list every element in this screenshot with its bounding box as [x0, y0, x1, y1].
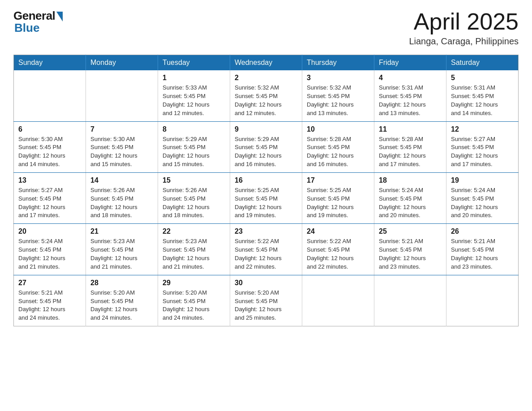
day-info: Sunrise: 5:33 AM Sunset: 5:45 PM Dayligh… — [163, 84, 225, 117]
calendar-cell: 27Sunrise: 5:21 AM Sunset: 5:45 PM Dayli… — [14, 275, 86, 326]
calendar-week-row: 6Sunrise: 5:30 AM Sunset: 5:45 PM Daylig… — [14, 121, 519, 172]
calendar-cell — [302, 275, 374, 326]
calendar-cell: 29Sunrise: 5:20 AM Sunset: 5:45 PM Dayli… — [158, 275, 230, 326]
day-number: 6 — [18, 125, 81, 133]
calendar-header-wednesday: Wednesday — [230, 55, 302, 71]
day-number: 7 — [90, 125, 153, 133]
calendar-header-monday: Monday — [86, 55, 158, 71]
calendar-week-row: 13Sunrise: 5:27 AM Sunset: 5:45 PM Dayli… — [14, 172, 519, 223]
logo-blue-text: Blue — [13, 21, 39, 35]
day-info: Sunrise: 5:27 AM Sunset: 5:45 PM Dayligh… — [18, 186, 81, 220]
calendar-cell — [446, 275, 519, 326]
calendar-week-row: 20Sunrise: 5:24 AM Sunset: 5:45 PM Dayli… — [14, 224, 519, 275]
day-info: Sunrise: 5:21 AM Sunset: 5:45 PM Dayligh… — [451, 237, 514, 271]
calendar-week-row: 27Sunrise: 5:21 AM Sunset: 5:45 PM Dayli… — [14, 275, 519, 326]
calendar-cell: 2Sunrise: 5:32 AM Sunset: 5:45 PM Daylig… — [230, 70, 302, 121]
day-number: 25 — [379, 227, 442, 235]
calendar-week-row: 1Sunrise: 5:33 AM Sunset: 5:45 PM Daylig… — [14, 70, 519, 121]
calendar-cell: 9Sunrise: 5:29 AM Sunset: 5:45 PM Daylig… — [230, 121, 302, 172]
day-info: Sunrise: 5:30 AM Sunset: 5:45 PM Dayligh… — [18, 135, 81, 169]
day-info: Sunrise: 5:28 AM Sunset: 5:45 PM Dayligh… — [379, 135, 442, 169]
day-info: Sunrise: 5:32 AM Sunset: 5:45 PM Dayligh… — [235, 84, 297, 117]
calendar-cell: 28Sunrise: 5:20 AM Sunset: 5:45 PM Dayli… — [86, 275, 158, 326]
logo: General Blue — [13, 9, 63, 35]
calendar-cell: 16Sunrise: 5:25 AM Sunset: 5:45 PM Dayli… — [230, 172, 302, 223]
day-info: Sunrise: 5:31 AM Sunset: 5:45 PM Dayligh… — [451, 84, 514, 117]
calendar-cell: 23Sunrise: 5:22 AM Sunset: 5:45 PM Dayli… — [230, 224, 302, 275]
day-info: Sunrise: 5:21 AM Sunset: 5:45 PM Dayligh… — [18, 289, 81, 322]
day-number: 21 — [90, 227, 153, 235]
day-number: 10 — [307, 125, 369, 133]
calendar-cell: 10Sunrise: 5:28 AM Sunset: 5:45 PM Dayli… — [302, 121, 374, 172]
calendar-cell: 3Sunrise: 5:32 AM Sunset: 5:45 PM Daylig… — [302, 70, 374, 121]
day-info: Sunrise: 5:20 AM Sunset: 5:45 PM Dayligh… — [163, 289, 225, 322]
calendar-header-row: SundayMondayTuesdayWednesdayThursdayFrid… — [14, 55, 519, 71]
calendar-cell: 21Sunrise: 5:23 AM Sunset: 5:45 PM Dayli… — [86, 224, 158, 275]
day-info: Sunrise: 5:29 AM Sunset: 5:45 PM Dayligh… — [235, 135, 297, 169]
calendar-cell: 5Sunrise: 5:31 AM Sunset: 5:45 PM Daylig… — [446, 70, 519, 121]
calendar-cell: 26Sunrise: 5:21 AM Sunset: 5:45 PM Dayli… — [446, 224, 519, 275]
day-number: 11 — [379, 125, 442, 133]
day-number: 23 — [235, 227, 297, 235]
day-number: 8 — [163, 125, 225, 133]
calendar-cell: 24Sunrise: 5:22 AM Sunset: 5:45 PM Dayli… — [302, 224, 374, 275]
location-subtitle: Lianga, Caraga, Philippines — [409, 36, 519, 47]
calendar-cell: 20Sunrise: 5:24 AM Sunset: 5:45 PM Dayli… — [14, 224, 86, 275]
day-info: Sunrise: 5:29 AM Sunset: 5:45 PM Dayligh… — [163, 135, 225, 169]
calendar-cell: 30Sunrise: 5:20 AM Sunset: 5:45 PM Dayli… — [230, 275, 302, 326]
calendar-cell: 8Sunrise: 5:29 AM Sunset: 5:45 PM Daylig… — [158, 121, 230, 172]
day-number: 4 — [379, 74, 442, 82]
calendar-cell: 7Sunrise: 5:30 AM Sunset: 5:45 PM Daylig… — [86, 121, 158, 172]
day-info: Sunrise: 5:32 AM Sunset: 5:45 PM Dayligh… — [307, 84, 369, 117]
calendar-header-tuesday: Tuesday — [158, 55, 230, 71]
day-number: 3 — [307, 74, 369, 82]
day-number: 26 — [451, 227, 514, 235]
day-number: 5 — [451, 74, 514, 82]
day-info: Sunrise: 5:22 AM Sunset: 5:45 PM Dayligh… — [235, 237, 297, 271]
day-info: Sunrise: 5:24 AM Sunset: 5:45 PM Dayligh… — [379, 186, 442, 220]
day-number: 22 — [163, 227, 225, 235]
calendar-cell: 6Sunrise: 5:30 AM Sunset: 5:45 PM Daylig… — [14, 121, 86, 172]
day-number: 1 — [163, 74, 225, 82]
calendar-header-thursday: Thursday — [302, 55, 374, 71]
calendar-cell: 18Sunrise: 5:24 AM Sunset: 5:45 PM Dayli… — [374, 172, 446, 223]
day-info: Sunrise: 5:21 AM Sunset: 5:45 PM Dayligh… — [379, 237, 442, 271]
calendar-cell — [374, 275, 446, 326]
day-number: 24 — [307, 227, 369, 235]
calendar-cell: 1Sunrise: 5:33 AM Sunset: 5:45 PM Daylig… — [158, 70, 230, 121]
day-info: Sunrise: 5:28 AM Sunset: 5:45 PM Dayligh… — [307, 135, 369, 169]
calendar-cell: 17Sunrise: 5:25 AM Sunset: 5:45 PM Dayli… — [302, 172, 374, 223]
day-number: 12 — [451, 125, 514, 133]
calendar-cell: 4Sunrise: 5:31 AM Sunset: 5:45 PM Daylig… — [374, 70, 446, 121]
day-number: 2 — [235, 74, 297, 82]
day-info: Sunrise: 5:25 AM Sunset: 5:45 PM Dayligh… — [307, 186, 369, 220]
day-info: Sunrise: 5:31 AM Sunset: 5:45 PM Dayligh… — [379, 84, 442, 117]
day-info: Sunrise: 5:30 AM Sunset: 5:45 PM Dayligh… — [90, 135, 153, 169]
day-number: 14 — [90, 176, 153, 184]
day-info: Sunrise: 5:23 AM Sunset: 5:45 PM Dayligh… — [163, 237, 225, 271]
page-header: General Blue April 2025 Lianga, Caraga, … — [13, 9, 519, 47]
calendar-cell: 25Sunrise: 5:21 AM Sunset: 5:45 PM Dayli… — [374, 224, 446, 275]
day-info: Sunrise: 5:22 AM Sunset: 5:45 PM Dayligh… — [307, 237, 369, 271]
calendar-cell: 22Sunrise: 5:23 AM Sunset: 5:45 PM Dayli… — [158, 224, 230, 275]
day-number: 27 — [18, 279, 81, 287]
day-info: Sunrise: 5:24 AM Sunset: 5:45 PM Dayligh… — [451, 186, 514, 220]
day-info: Sunrise: 5:20 AM Sunset: 5:45 PM Dayligh… — [235, 289, 297, 322]
calendar-table: SundayMondayTuesdayWednesdayThursdayFrid… — [13, 55, 519, 326]
calendar-header-saturday: Saturday — [446, 55, 519, 71]
month-title: April 2025 — [409, 9, 519, 34]
calendar-header-sunday: Sunday — [14, 55, 86, 71]
day-info: Sunrise: 5:27 AM Sunset: 5:45 PM Dayligh… — [451, 135, 514, 169]
logo-triangle-icon — [56, 12, 63, 21]
calendar-cell: 15Sunrise: 5:26 AM Sunset: 5:45 PM Dayli… — [158, 172, 230, 223]
day-number: 19 — [451, 176, 514, 184]
day-number: 28 — [90, 279, 153, 287]
day-info: Sunrise: 5:25 AM Sunset: 5:45 PM Dayligh… — [235, 186, 297, 220]
day-info: Sunrise: 5:26 AM Sunset: 5:45 PM Dayligh… — [163, 186, 225, 220]
day-number: 30 — [235, 279, 297, 287]
day-number: 17 — [307, 176, 369, 184]
day-number: 13 — [18, 176, 81, 184]
day-number: 20 — [18, 227, 81, 235]
calendar-cell: 13Sunrise: 5:27 AM Sunset: 5:45 PM Dayli… — [14, 172, 86, 223]
calendar-cell: 11Sunrise: 5:28 AM Sunset: 5:45 PM Dayli… — [374, 121, 446, 172]
